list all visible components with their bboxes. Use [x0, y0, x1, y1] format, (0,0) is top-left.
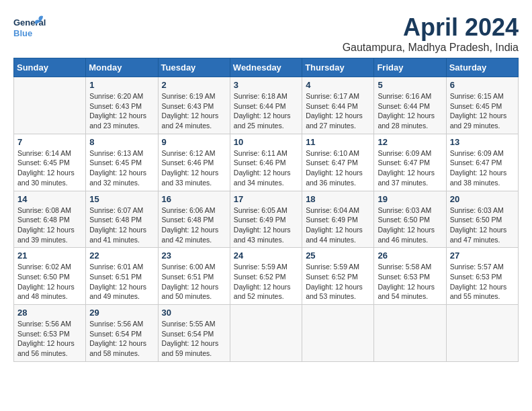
day-info: Sunrise: 5:58 AM Sunset: 6:53 PM Dayligh… — [378, 262, 442, 302]
table-row: 13Sunrise: 6:09 AM Sunset: 6:47 PM Dayli… — [446, 134, 518, 191]
table-row: 12Sunrise: 6:09 AM Sunset: 6:47 PM Dayli… — [374, 134, 446, 191]
table-row: 9Sunrise: 6:12 AM Sunset: 6:46 PM Daylig… — [158, 134, 230, 191]
day-info: Sunrise: 6:18 AM Sunset: 6:44 PM Dayligh… — [234, 91, 298, 131]
day-number: 26 — [378, 250, 442, 261]
table-row: 10Sunrise: 6:11 AM Sunset: 6:46 PM Dayli… — [230, 134, 302, 191]
table-row: 7Sunrise: 6:14 AM Sunset: 6:45 PM Daylig… — [14, 134, 86, 191]
day-number: 17 — [234, 194, 298, 204]
logo: General Blue — [13, 13, 47, 42]
calendar-header-row: Sunday Monday Tuesday Wednesday Thursday… — [14, 58, 519, 77]
location: Gautampura, Madhya Pradesh, India — [343, 42, 519, 54]
day-number: 18 — [306, 194, 370, 204]
table-row: 1Sunrise: 6:20 AM Sunset: 6:43 PM Daylig… — [86, 77, 158, 134]
day-info: Sunrise: 6:12 AM Sunset: 6:46 PM Dayligh… — [162, 148, 226, 188]
table-row: 17Sunrise: 6:05 AM Sunset: 6:49 PM Dayli… — [230, 191, 302, 248]
table-row — [14, 77, 86, 134]
day-info: Sunrise: 5:56 AM Sunset: 6:53 PM Dayligh… — [17, 319, 82, 359]
table-row: 23Sunrise: 6:00 AM Sunset: 6:51 PM Dayli… — [158, 248, 230, 305]
table-row: 21Sunrise: 6:02 AM Sunset: 6:50 PM Dayli… — [14, 248, 86, 305]
day-number: 24 — [234, 250, 298, 261]
table-row: 11Sunrise: 6:10 AM Sunset: 6:47 PM Dayli… — [302, 134, 374, 191]
day-info: Sunrise: 6:11 AM Sunset: 6:46 PM Dayligh… — [234, 148, 298, 188]
table-row: 4Sunrise: 6:17 AM Sunset: 6:44 PM Daylig… — [302, 77, 374, 134]
day-info: Sunrise: 6:01 AM Sunset: 6:51 PM Dayligh… — [89, 262, 154, 302]
col-tuesday: Tuesday — [158, 58, 230, 77]
day-info: Sunrise: 6:16 AM Sunset: 6:44 PM Dayligh… — [378, 91, 442, 131]
table-row: 3Sunrise: 6:18 AM Sunset: 6:44 PM Daylig… — [230, 77, 302, 134]
table-row: 20Sunrise: 6:03 AM Sunset: 6:50 PM Dayli… — [446, 191, 518, 248]
table-row: 28Sunrise: 5:56 AM Sunset: 6:53 PM Dayli… — [14, 305, 86, 362]
day-number: 8 — [89, 137, 154, 147]
day-info: Sunrise: 6:03 AM Sunset: 6:50 PM Dayligh… — [450, 205, 515, 245]
day-info: Sunrise: 5:59 AM Sunset: 6:52 PM Dayligh… — [306, 262, 370, 302]
day-number: 1 — [89, 80, 154, 90]
day-number: 4 — [306, 80, 370, 90]
day-number: 20 — [450, 194, 515, 204]
title-area: April 2024 Gautampura, Madhya Pradesh, I… — [343, 13, 519, 54]
day-info: Sunrise: 5:57 AM Sunset: 6:53 PM Dayligh… — [450, 262, 515, 302]
table-row: 5Sunrise: 6:16 AM Sunset: 6:44 PM Daylig… — [374, 77, 446, 134]
table-row: 2Sunrise: 6:19 AM Sunset: 6:43 PM Daylig… — [158, 77, 230, 134]
calendar-week-row: 7Sunrise: 6:14 AM Sunset: 6:45 PM Daylig… — [14, 134, 519, 191]
day-info: Sunrise: 6:17 AM Sunset: 6:44 PM Dayligh… — [306, 91, 370, 131]
day-number: 10 — [234, 137, 298, 147]
day-info: Sunrise: 6:15 AM Sunset: 6:45 PM Dayligh… — [450, 91, 515, 131]
day-info: Sunrise: 5:56 AM Sunset: 6:54 PM Dayligh… — [89, 319, 154, 359]
day-number: 6 — [450, 80, 515, 90]
day-info: Sunrise: 5:59 AM Sunset: 6:52 PM Dayligh… — [234, 262, 298, 302]
table-row — [446, 305, 518, 362]
col-friday: Friday — [374, 58, 446, 77]
svg-text:Blue: Blue — [13, 28, 32, 38]
day-info: Sunrise: 6:02 AM Sunset: 6:50 PM Dayligh… — [17, 262, 82, 302]
table-row: 18Sunrise: 6:04 AM Sunset: 6:49 PM Dayli… — [302, 191, 374, 248]
table-row: 29Sunrise: 5:56 AM Sunset: 6:54 PM Dayli… — [86, 305, 158, 362]
col-wednesday: Wednesday — [230, 58, 302, 77]
table-row — [302, 305, 374, 362]
day-number: 15 — [89, 194, 154, 204]
day-info: Sunrise: 6:04 AM Sunset: 6:49 PM Dayligh… — [306, 205, 370, 245]
day-info: Sunrise: 6:03 AM Sunset: 6:50 PM Dayligh… — [378, 205, 442, 245]
table-row: 24Sunrise: 5:59 AM Sunset: 6:52 PM Dayli… — [230, 248, 302, 305]
table-row: 14Sunrise: 6:08 AM Sunset: 6:48 PM Dayli… — [14, 191, 86, 248]
table-row: 8Sunrise: 6:13 AM Sunset: 6:45 PM Daylig… — [86, 134, 158, 191]
day-info: Sunrise: 6:06 AM Sunset: 6:48 PM Dayligh… — [162, 205, 226, 245]
table-row: 27Sunrise: 5:57 AM Sunset: 6:53 PM Dayli… — [446, 248, 518, 305]
day-number: 29 — [89, 308, 154, 318]
day-number: 5 — [378, 80, 442, 90]
day-number: 27 — [450, 250, 515, 261]
col-thursday: Thursday — [302, 58, 374, 77]
day-number: 13 — [450, 137, 515, 147]
table-row: 22Sunrise: 6:01 AM Sunset: 6:51 PM Dayli… — [86, 248, 158, 305]
table-row: 30Sunrise: 5:55 AM Sunset: 6:54 PM Dayli… — [158, 305, 230, 362]
day-number: 28 — [17, 308, 82, 318]
day-info: Sunrise: 6:05 AM Sunset: 6:49 PM Dayligh… — [234, 205, 298, 245]
page-header: General Blue April 2024 Gautampura, Madh… — [13, 13, 519, 54]
day-info: Sunrise: 6:07 AM Sunset: 6:48 PM Dayligh… — [89, 205, 154, 245]
table-row — [230, 305, 302, 362]
day-info: Sunrise: 6:08 AM Sunset: 6:48 PM Dayligh… — [17, 205, 82, 245]
calendar-week-row: 1Sunrise: 6:20 AM Sunset: 6:43 PM Daylig… — [14, 77, 519, 134]
table-row: 15Sunrise: 6:07 AM Sunset: 6:48 PM Dayli… — [86, 191, 158, 248]
day-info: Sunrise: 6:20 AM Sunset: 6:43 PM Dayligh… — [89, 91, 154, 131]
table-row: 16Sunrise: 6:06 AM Sunset: 6:48 PM Dayli… — [158, 191, 230, 248]
day-number: 25 — [306, 250, 370, 261]
table-row: 26Sunrise: 5:58 AM Sunset: 6:53 PM Dayli… — [374, 248, 446, 305]
table-row — [374, 305, 446, 362]
day-number: 14 — [17, 194, 82, 204]
col-monday: Monday — [86, 58, 158, 77]
table-row: 25Sunrise: 5:59 AM Sunset: 6:52 PM Dayli… — [302, 248, 374, 305]
day-info: Sunrise: 6:13 AM Sunset: 6:45 PM Dayligh… — [89, 148, 154, 188]
day-number: 9 — [162, 137, 226, 147]
day-info: Sunrise: 6:19 AM Sunset: 6:43 PM Dayligh… — [162, 91, 226, 131]
day-number: 7 — [17, 137, 82, 147]
day-number: 2 — [162, 80, 226, 90]
day-number: 30 — [162, 308, 226, 318]
day-info: Sunrise: 5:55 AM Sunset: 6:54 PM Dayligh… — [162, 319, 226, 359]
logo-bird-icon: General Blue — [13, 13, 47, 42]
day-number: 23 — [162, 250, 226, 261]
col-saturday: Saturday — [446, 58, 518, 77]
day-number: 11 — [306, 137, 370, 147]
day-info: Sunrise: 6:14 AM Sunset: 6:45 PM Dayligh… — [17, 148, 82, 188]
calendar-week-row: 21Sunrise: 6:02 AM Sunset: 6:50 PM Dayli… — [14, 248, 519, 305]
day-number: 19 — [378, 194, 442, 204]
